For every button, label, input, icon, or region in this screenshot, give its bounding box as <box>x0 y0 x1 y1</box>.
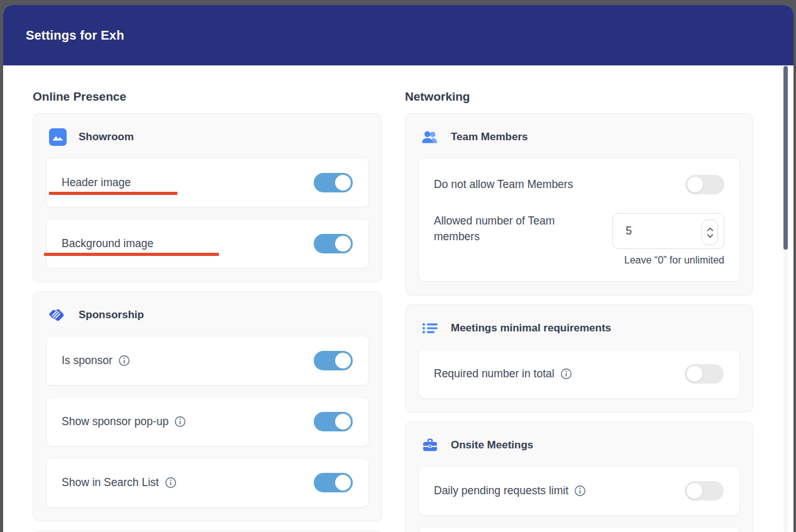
daily-pending-toggle[interactable] <box>685 481 724 501</box>
show-in-search-toggle[interactable] <box>314 473 353 492</box>
briefcase-icon <box>421 436 439 455</box>
card-head-sponsorship: Sponsorship <box>46 306 369 324</box>
setting-label-text: Show in Search List <box>62 476 159 489</box>
setting-label: Background image <box>62 237 153 250</box>
card-title-onsite: Onsite Meetings <box>451 439 533 452</box>
setting-row-background-image: Background image <box>46 219 369 269</box>
card-meetings-requirements: Meetings minimal requirements Required n… <box>405 304 753 413</box>
column-networking: Networking Team Members <box>405 83 753 532</box>
modal-backdrop: Settings for Exh Online Presence Showroo… <box>0 0 796 532</box>
header-image-toggle[interactable] <box>314 173 353 192</box>
toggle-knob <box>335 175 351 191</box>
card-head-showroom: Showroom <box>46 128 369 147</box>
setting-row-sponsor-popup: Show sponsor pop-up <box>46 397 369 446</box>
info-icon[interactable] <box>165 477 177 489</box>
people-icon <box>421 128 439 147</box>
toggle-knob <box>335 353 351 369</box>
setting-label-text: Is sponsor <box>62 354 113 367</box>
card-onsite-meetings: Onsite Meetings Daily pending requests l… <box>405 421 753 532</box>
setting-label: Show in Search List <box>62 476 177 489</box>
setting-row-header-image: Header image <box>46 158 369 208</box>
info-icon[interactable] <box>560 368 572 380</box>
setting-row-partial <box>418 527 740 532</box>
setting-label: Do not allow Team Members <box>434 178 573 191</box>
toggle-knob <box>335 414 351 429</box>
setting-label-text: Show sponsor pop-up <box>62 415 169 428</box>
chevron-down-icon <box>707 234 714 238</box>
card-showroom: Showroom Header image Background image <box>33 113 382 282</box>
chevron-up-icon <box>707 227 714 231</box>
number-input-box <box>612 213 724 249</box>
column-online-presence: Online Presence Showroom Header image <box>33 83 382 532</box>
modal-header: Settings for Exh <box>3 5 793 65</box>
background-image-toggle[interactable] <box>314 234 353 253</box>
info-icon[interactable] <box>118 355 130 367</box>
card-title-team-members: Team Members <box>451 131 528 143</box>
number-stepper[interactable] <box>702 219 718 245</box>
team-members-group: Do not allow Team Members Allowed number… <box>418 158 740 282</box>
toggle-knob <box>335 236 351 252</box>
setting-row-required-number: Required number in total <box>418 349 740 399</box>
card-head-team-members: Team Members <box>418 128 740 147</box>
card-sponsorship: Sponsorship Is sponsor Show sponsor pop-… <box>33 291 382 521</box>
info-icon[interactable] <box>574 485 586 497</box>
list-icon <box>421 319 439 338</box>
setting-label: Required number in total <box>434 367 572 380</box>
setting-label: Allowed number of Team members <box>434 213 604 245</box>
card-title-sponsorship: Sponsorship <box>79 309 144 321</box>
modal-body: Online Presence Showroom Header image <box>3 65 793 532</box>
sponsor-popup-toggle[interactable] <box>314 412 353 431</box>
setting-row-allowed-number: Allowed number of Team members Leave <box>434 213 724 266</box>
card-team-members: Team Members Do not allow Team Members A… <box>405 113 753 296</box>
settings-modal: Settings for Exh Online Presence Showroo… <box>3 5 793 532</box>
toggle-knob <box>335 475 351 490</box>
card-title-showroom: Showroom <box>79 131 134 143</box>
scrollbar-thumb[interactable] <box>783 66 788 250</box>
setting-row-no-team-members: Do not allow Team Members <box>434 175 724 194</box>
modal-title: Settings for Exh <box>26 28 124 43</box>
image-icon <box>48 128 67 147</box>
setting-label: Is sponsor <box>62 354 130 367</box>
handshake-icon <box>48 306 67 324</box>
card-title-meetings: Meetings minimal requirements <box>451 322 611 335</box>
toggle-knob <box>687 366 702 382</box>
setting-row-daily-pending: Daily pending requests limit <box>418 466 740 516</box>
setting-row-is-sponsor: Is sponsor <box>46 336 369 385</box>
setting-label: Daily pending requests limit <box>434 484 586 497</box>
setting-label-text: Required number in total <box>434 367 555 380</box>
setting-row-show-in-search: Show in Search List <box>46 458 369 507</box>
section-heading-networking: Networking <box>405 83 753 104</box>
section-heading-online-presence: Online Presence <box>33 83 382 104</box>
setting-label: Show sponsor pop-up <box>62 415 186 428</box>
allowed-number-input[interactable] <box>624 224 696 238</box>
unlimited-helper-text: Leave “0” for unlimited <box>624 255 724 266</box>
no-team-members-toggle[interactable] <box>685 175 724 194</box>
toggle-knob <box>687 483 702 499</box>
red-underline <box>49 192 177 195</box>
required-number-toggle[interactable] <box>685 364 724 384</box>
is-sponsor-toggle[interactable] <box>314 351 353 370</box>
allowed-number-control: Leave “0” for unlimited <box>612 213 724 266</box>
card-head-onsite: Onsite Meetings <box>418 436 740 455</box>
toggle-knob <box>687 177 703 192</box>
red-underline <box>44 253 219 256</box>
setting-label-text: Daily pending requests limit <box>434 484 568 497</box>
info-icon[interactable] <box>174 416 186 428</box>
card-head-meetings: Meetings minimal requirements <box>418 319 740 338</box>
setting-label: Header image <box>62 176 131 189</box>
